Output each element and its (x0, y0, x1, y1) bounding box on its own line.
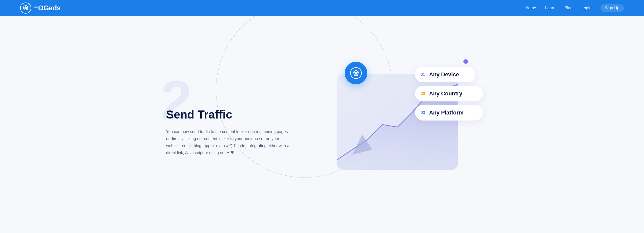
feature-cards: 01 Any Device 02 Any Country 03 Any Plat… (415, 67, 483, 121)
hero-inner: 2 Send Traffic You can now send traffic … (146, 59, 498, 190)
card-number-1: 01 (421, 72, 425, 77)
nav-signup[interactable]: Sign Up (600, 4, 624, 12)
card-number-3: 03 (421, 110, 425, 115)
nav-blog[interactable]: Blog (565, 6, 573, 10)
card-label-2: Any Country (429, 90, 462, 97)
hero-left: 2 Send Traffic You can now send traffic … (166, 93, 297, 156)
card-label-1: Any Device (429, 71, 459, 78)
nav-links: Home Learn Blog Login Sign Up (525, 4, 624, 12)
feature-card-platform: 03 Any Platform (415, 105, 483, 121)
card-number-2: 02 (421, 91, 425, 96)
logo-text: .comOGads (34, 4, 61, 12)
nav-login[interactable]: Login (582, 6, 591, 10)
nav-home[interactable]: Home (525, 6, 536, 10)
navbar: .comOGads Home Learn Blog Login Sign Up (0, 0, 644, 16)
nav-learn[interactable]: Learn (545, 6, 555, 10)
hero-title: Send Traffic (166, 108, 297, 121)
svg-point-1 (24, 7, 27, 9)
hero-visual: 01 Any Device 02 Any Country 03 Any Plat… (337, 59, 478, 190)
feature-card-country: 02 Any Country (415, 86, 483, 101)
feature-card-device: 01 Any Device (415, 67, 475, 82)
hero-section: 2 Send Traffic You can now send traffic … (0, 16, 644, 233)
hero-description: You can now send traffic to the content … (166, 128, 292, 156)
logo[interactable]: .comOGads (20, 3, 61, 14)
card-label-3: Any Platform (429, 109, 464, 116)
accent-dot (463, 59, 468, 64)
svg-point-3 (355, 72, 357, 75)
brand-icon-circle (345, 62, 367, 84)
